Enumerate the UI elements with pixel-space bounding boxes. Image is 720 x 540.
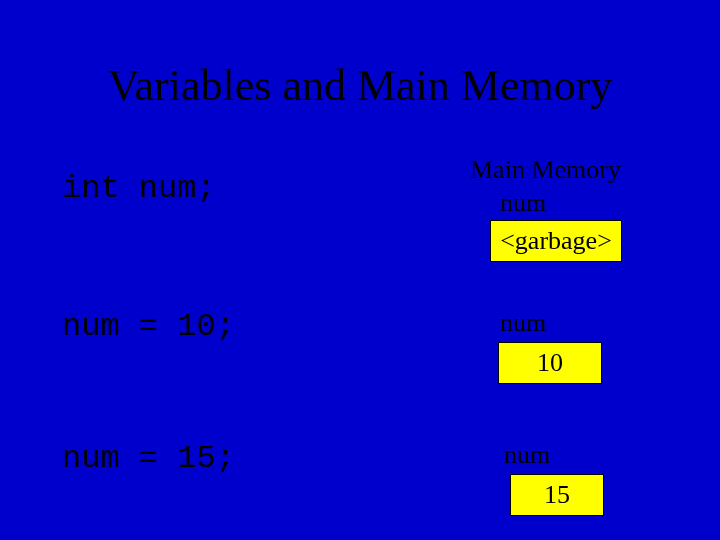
code-line-assign-15: num = 15; (62, 440, 235, 477)
slide-stage: Variables and Main Memory int num; num =… (0, 0, 720, 540)
memory-box-garbage: <garbage> (490, 220, 622, 262)
variable-label-3: num (504, 440, 550, 470)
memory-box-15: 15 (510, 474, 604, 516)
variable-label-1: num (500, 188, 546, 218)
code-line-assign-10: num = 10; (62, 308, 235, 345)
slide-title: Variables and Main Memory (0, 60, 720, 111)
code-line-declare: int num; (62, 170, 216, 207)
variable-label-2: num (500, 308, 546, 338)
memory-box-10: 10 (498, 342, 602, 384)
memory-header: Main Memory (470, 155, 621, 185)
